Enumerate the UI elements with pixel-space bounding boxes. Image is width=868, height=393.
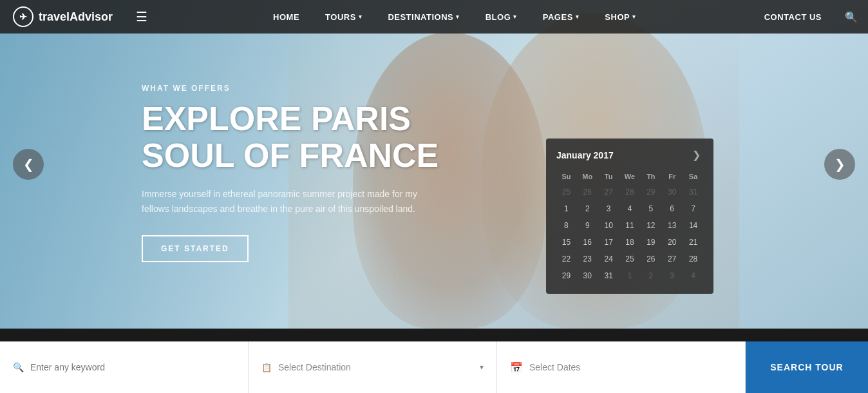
hero-subtitle: WHAT WE OFFERS xyxy=(142,84,439,93)
cal-day[interactable]: 13 xyxy=(662,218,682,233)
cal-day[interactable]: 30 xyxy=(662,184,682,200)
nav-item-pages[interactable]: PAGES ▾ xyxy=(530,0,592,34)
cal-day[interactable]: 6 xyxy=(662,201,682,216)
navbar: ✈ travelAdvisor ☰ HOME TOURS ▾ DESTINATI… xyxy=(0,0,868,34)
contact-us-link[interactable]: CONTACT US xyxy=(751,12,835,22)
cal-day[interactable]: 28 xyxy=(620,184,640,200)
calendar-next-month-button[interactable]: ❯ xyxy=(690,149,703,161)
cal-day[interactable]: 23 xyxy=(578,251,598,267)
cal-day[interactable]: 25 xyxy=(620,251,640,267)
search-tour-button[interactable]: SEARCH TOUR xyxy=(746,341,868,393)
nav-link-destinations[interactable]: DESTINATIONS ▾ xyxy=(375,0,472,34)
cal-day[interactable]: 15 xyxy=(556,235,576,250)
calendar-popup: January 2017 ❯ Su Mo Tu We Th Fr Sa 25 2… xyxy=(546,139,713,294)
cal-day[interactable]: 27 xyxy=(599,184,619,200)
destination-icon: 📋 xyxy=(261,363,272,372)
cal-day[interactable]: 3 xyxy=(662,268,682,283)
cal-day[interactable]: 5 xyxy=(641,201,661,216)
cal-day[interactable]: 28 xyxy=(683,251,703,267)
nav-item-shop[interactable]: SHOP ▾ xyxy=(592,0,648,34)
cal-day[interactable]: 7 xyxy=(683,201,703,216)
destination-select-label: Select Destination xyxy=(278,362,480,372)
cal-day[interactable]: 25 xyxy=(556,184,576,200)
nav-item-blog[interactable]: BLOG ▾ xyxy=(473,0,530,34)
nav-links: HOME TOURS ▾ DESTINATIONS ▾ BLOG ▾ PAGES xyxy=(158,0,751,34)
cal-day[interactable]: 16 xyxy=(578,235,598,250)
cal-day[interactable]: 12 xyxy=(641,218,661,233)
cal-header-sa: Sa xyxy=(683,170,703,183)
carousel-prev-button[interactable]: ❮ xyxy=(13,149,44,180)
dates-icon: 📅 xyxy=(510,361,523,374)
cal-day[interactable]: 29 xyxy=(556,268,576,283)
cal-day[interactable]: 21 xyxy=(683,235,703,250)
nav-item-destinations[interactable]: DESTINATIONS ▾ xyxy=(375,0,472,34)
cal-day[interactable]: 1 xyxy=(556,201,576,216)
cal-header-su: Su xyxy=(556,170,576,183)
keyword-input[interactable] xyxy=(30,362,235,372)
cal-day[interactable]: 10 xyxy=(599,218,619,233)
cal-day[interactable]: 4 xyxy=(620,201,640,216)
cal-day[interactable]: 26 xyxy=(641,251,661,267)
cal-day[interactable]: 29 xyxy=(641,184,661,200)
logo-icon: ✈ xyxy=(13,6,33,27)
cal-day[interactable]: 17 xyxy=(599,235,619,250)
search-bar: 🔍 📋 Select Destination ▾ 📅 Select Dates … xyxy=(0,341,868,393)
cal-day[interactable]: 11 xyxy=(620,218,640,233)
cal-day[interactable]: 19 xyxy=(641,235,661,250)
cal-day[interactable]: 26 xyxy=(578,184,598,200)
cal-day[interactable]: 30 xyxy=(578,268,598,283)
cal-day[interactable]: 20 xyxy=(662,235,682,250)
cal-header-we: We xyxy=(620,170,640,183)
calendar-month-title: January 2017 xyxy=(556,150,614,160)
dates-field[interactable]: 📅 Select Dates xyxy=(497,341,746,393)
hero-content: WHAT WE OFFERS EXPLORE PARIS SOUL OF FRA… xyxy=(142,84,439,262)
cal-day[interactable]: 22 xyxy=(556,251,576,267)
nav-search-icon[interactable]: 🔍 xyxy=(835,11,868,23)
destination-dropdown-arrow: ▾ xyxy=(480,363,484,372)
nav-item-home[interactable]: HOME xyxy=(260,0,312,34)
cal-day[interactable]: 3 xyxy=(599,201,619,216)
carousel-next-button[interactable]: ❯ xyxy=(824,149,855,180)
keyword-search-icon: 🔍 xyxy=(13,362,24,372)
nav-link-tours[interactable]: TOURS ▾ xyxy=(312,0,375,34)
calendar-grid: Su Mo Tu We Th Fr Sa 25 26 27 28 29 30 3… xyxy=(556,170,703,283)
dates-select-wrapper: Select Dates xyxy=(529,362,732,372)
cal-header-tu: Tu xyxy=(599,170,619,183)
cal-header-fr: Fr xyxy=(662,170,682,183)
destinations-dropdown-arrow: ▾ xyxy=(456,14,460,20)
cal-day[interactable]: 1 xyxy=(620,268,640,283)
cal-day[interactable]: 31 xyxy=(683,184,703,200)
cal-header-mo: Mo xyxy=(578,170,598,183)
cal-day[interactable]: 18 xyxy=(620,235,640,250)
cal-day[interactable]: 4 xyxy=(683,268,703,283)
shop-dropdown-arrow: ▾ xyxy=(632,14,636,20)
nav-link-blog[interactable]: BLOG ▾ xyxy=(473,0,530,34)
cal-day[interactable]: 9 xyxy=(578,218,598,233)
destination-field[interactable]: 📋 Select Destination ▾ xyxy=(249,341,497,393)
calendar-header: January 2017 ❯ xyxy=(556,149,703,161)
cal-header-th: Th xyxy=(641,170,661,183)
nav-link-home[interactable]: HOME xyxy=(260,0,312,34)
cal-day[interactable]: 2 xyxy=(641,268,661,283)
hamburger-button[interactable]: ☰ xyxy=(126,9,158,24)
nav-link-shop[interactable]: SHOP ▾ xyxy=(592,0,648,34)
cal-day[interactable]: 27 xyxy=(662,251,682,267)
nav-link-pages[interactable]: PAGES ▾ xyxy=(530,0,592,34)
cal-day[interactable]: 14 xyxy=(683,218,703,233)
tours-dropdown-arrow: ▾ xyxy=(359,14,363,20)
keyword-search-field: 🔍 xyxy=(0,341,249,393)
cal-day[interactable]: 2 xyxy=(578,201,598,216)
hero-description: Immerse yourself in ethereal panoramic s… xyxy=(142,187,425,216)
nav-item-tours[interactable]: TOURS ▾ xyxy=(312,0,375,34)
hero-title: EXPLORE PARIS SOUL OF FRANCE xyxy=(142,101,439,174)
pages-dropdown-arrow: ▾ xyxy=(576,14,580,20)
cal-day[interactable]: 24 xyxy=(599,251,619,267)
hero-section: WHAT WE OFFERS EXPLORE PARIS SOUL OF FRA… xyxy=(0,0,868,329)
blog-dropdown-arrow: ▾ xyxy=(513,14,517,20)
nav-brand[interactable]: ✈ travelAdvisor xyxy=(0,6,126,27)
destination-select-wrapper: Select Destination ▾ xyxy=(278,362,484,372)
brand-name: travelAdvisor xyxy=(39,10,113,24)
cal-day[interactable]: 8 xyxy=(556,218,576,233)
cal-day[interactable]: 31 xyxy=(599,268,619,283)
get-started-button[interactable]: GET STARTED xyxy=(142,235,249,262)
